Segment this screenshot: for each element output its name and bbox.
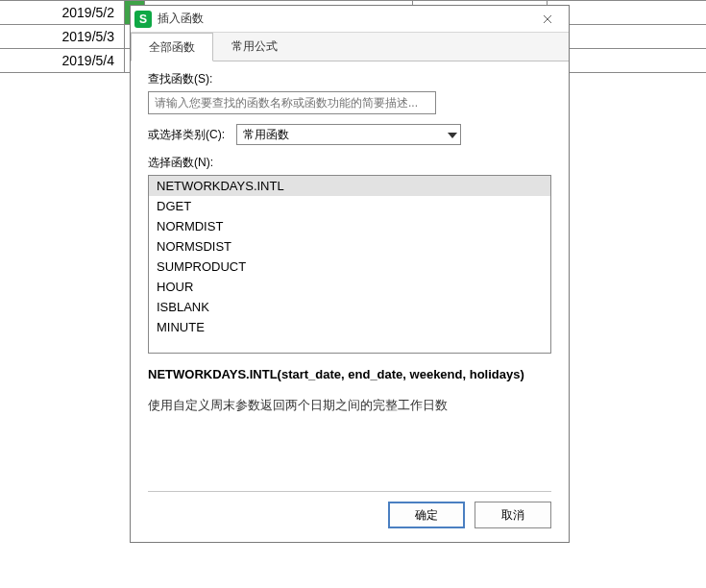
dialog-title: 插入函数: [158, 11, 530, 27]
list-item[interactable]: NORMSDIST: [149, 236, 550, 257]
tab-bar: 全部函数 常用公式: [131, 33, 569, 61]
list-item[interactable]: ISBLANK: [149, 297, 550, 317]
list-item[interactable]: HOUR: [149, 277, 550, 297]
list-item[interactable]: SUMPRODUCT: [149, 257, 550, 277]
list-item[interactable]: MINUTE: [149, 317, 550, 337]
search-input[interactable]: [148, 91, 436, 114]
separator: [148, 491, 551, 492]
category-select[interactable]: 常用函数: [236, 124, 461, 145]
list-item[interactable]: NETWORKDAYS.INTL: [149, 176, 550, 196]
cancel-button[interactable]: 取消: [475, 502, 551, 528]
tab-all-functions[interactable]: 全部函数: [131, 33, 213, 61]
dialog-titlebar: S 插入函数: [131, 6, 569, 33]
ok-button[interactable]: 确定: [388, 502, 465, 528]
tab-common-formulas[interactable]: 常用公式: [213, 33, 296, 61]
function-description: 使用自定义周末参数返回两个日期之间的完整工作日数: [148, 397, 551, 414]
date-cell[interactable]: 2019/5/4: [0, 49, 125, 72]
close-button[interactable]: [530, 9, 565, 30]
app-icon: S: [134, 11, 152, 28]
function-listbox[interactable]: NETWORKDAYS.INTL DGET NORMDIST NORMSDIST…: [148, 175, 551, 354]
insert-function-dialog: S 插入函数 全部函数 常用公式 查找函数(S): 或选择类别(C): 常用函数…: [130, 5, 570, 543]
list-label: 选择函数(N):: [148, 155, 551, 171]
function-signature: NETWORKDAYS.INTL(start_date, end_date, w…: [148, 367, 551, 381]
dialog-footer: 确定 取消: [131, 502, 569, 542]
list-item[interactable]: DGET: [149, 196, 550, 216]
category-field[interactable]: 常用函数: [236, 124, 461, 145]
close-icon: [543, 14, 552, 24]
date-cell[interactable]: 2019/5/2: [0, 1, 125, 24]
date-cell[interactable]: 2019/5/3: [0, 25, 125, 48]
category-label: 或选择类别(C):: [148, 127, 225, 143]
search-label: 查找函数(S):: [148, 71, 551, 87]
dialog-content: 查找函数(S): 或选择类别(C): 常用函数 选择函数(N): NETWORK…: [131, 61, 569, 502]
list-item[interactable]: NORMDIST: [149, 216, 550, 236]
